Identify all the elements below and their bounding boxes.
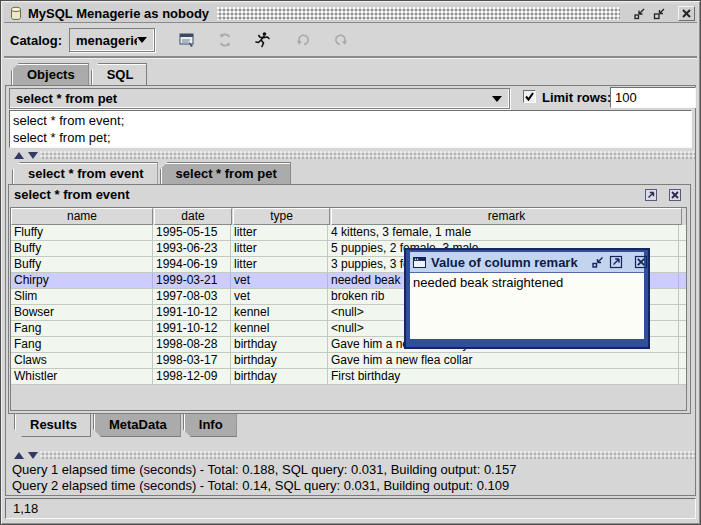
- previous-icon: [291, 28, 315, 52]
- database-icon: [9, 6, 23, 21]
- app-window: MySQL Menagerie as nobody Catalog: menag…: [0, 0, 701, 525]
- window-titlebar: MySQL Menagerie as nobody: [4, 4, 697, 23]
- dialog-close-icon[interactable]: [633, 254, 649, 270]
- table-cell: vet: [231, 289, 328, 304]
- tab-results[interactable]: Results: [14, 414, 91, 437]
- sql-editor[interactable]: select * from event; select * from pet;: [9, 110, 692, 148]
- column-header-name[interactable]: name: [11, 208, 153, 225]
- table-cell: First birthday: [328, 369, 679, 384]
- column-header-date[interactable]: date: [154, 208, 232, 225]
- column-header-remark[interactable]: remark: [331, 208, 682, 225]
- table-cell: 1991-10-12: [153, 305, 231, 320]
- new-query-icon[interactable]: [175, 28, 199, 52]
- value-dialog: Value of column remark: [404, 248, 650, 349]
- result-tab-bar: select * from event select * from pet: [12, 162, 293, 184]
- limit-rows-input[interactable]: 100: [610, 87, 696, 108]
- table-row[interactable]: Whistler1998-12-09birthdayFirst birthday: [11, 369, 686, 385]
- table-cell: Chirpy: [11, 273, 153, 288]
- titlebar-texture: [217, 7, 620, 20]
- tab-info[interactable]: Info: [183, 414, 237, 437]
- table-row[interactable]: Fluffy1995-05-15litter4 kittens, 3 femal…: [11, 225, 686, 241]
- table-cell: Claws: [11, 353, 153, 368]
- maximize-result-icon[interactable]: [643, 187, 659, 203]
- table-cell: birthday: [231, 337, 328, 352]
- table-cell: Fang: [11, 337, 153, 352]
- table-cell: 1997-08-03: [153, 289, 231, 304]
- close-result-icon[interactable]: [667, 187, 683, 203]
- table-cell: Buffy: [11, 241, 153, 256]
- result-panel-title: select * from event: [14, 187, 130, 202]
- chevron-down-icon: [137, 37, 147, 43]
- table-cell: Slim: [11, 289, 153, 304]
- restore-button[interactable]: [651, 6, 668, 21]
- query-status-line: Query 1 elapsed time (seconds) - Total: …: [12, 462, 693, 478]
- collapse-down-icon[interactable]: [28, 452, 38, 459]
- catalog-label: Catalog:: [4, 33, 62, 48]
- table-cell: vet: [231, 273, 328, 288]
- table-cell: Whistler: [11, 369, 153, 384]
- query-combobox-value: select * from pet: [10, 91, 492, 106]
- table-cell: kennel: [231, 305, 328, 320]
- split-divider-bottom[interactable]: [6, 450, 695, 460]
- chevron-down-icon: [492, 96, 502, 102]
- split-divider-top[interactable]: [6, 150, 695, 160]
- dialog-iconify-icon[interactable]: [590, 254, 606, 270]
- checkmark-icon: [524, 91, 535, 102]
- query-status-line: Query 2 elapsed time (seconds) - Total: …: [12, 478, 693, 494]
- sql-editor-line: select * from event;: [13, 112, 688, 129]
- sql-editor-line: select * from pet;: [13, 129, 688, 146]
- collapse-up-icon[interactable]: [14, 152, 24, 159]
- table-cell: Fang: [11, 321, 153, 336]
- table-cell: 4 kittens, 3 female, 1 male: [328, 225, 679, 240]
- tab-metadata[interactable]: MetaData: [93, 414, 181, 437]
- table-cell: 1999-03-21: [153, 273, 231, 288]
- query-combobox[interactable]: select * from pet: [9, 88, 510, 109]
- toolbar: Catalog: menagerie: [4, 24, 697, 58]
- tab-select-from-pet[interactable]: select * from pet: [160, 162, 291, 184]
- table-cell: Fluffy: [11, 225, 153, 240]
- column-header-type[interactable]: type: [233, 208, 330, 225]
- collapse-up-icon[interactable]: [14, 452, 24, 459]
- table-cell: kennel: [231, 321, 328, 336]
- catalog-combobox[interactable]: menagerie: [69, 28, 155, 52]
- table-cell: 1994-06-19: [153, 257, 231, 272]
- tab-sql[interactable]: SQL: [91, 63, 148, 85]
- table-cell: birthday: [231, 369, 328, 384]
- table-cell: Buffy: [11, 257, 153, 272]
- catalog-value: menagerie: [70, 33, 137, 48]
- limit-rows-checkbox[interactable]: [523, 90, 536, 103]
- table-cell: Gave him a new flea collar: [328, 353, 679, 368]
- dialog-maximize-icon[interactable]: [608, 254, 624, 270]
- dialog-titlebar[interactable]: Value of column remark: [410, 252, 644, 272]
- dialog-content[interactable]: needed beak straightened: [410, 272, 644, 339]
- table-cell: 1995-05-15: [153, 225, 231, 240]
- tab-objects[interactable]: Objects: [11, 63, 89, 85]
- table-row[interactable]: Claws1998-03-17birthdayGave him a new fl…: [11, 353, 686, 369]
- dialog-window-icon: [412, 255, 427, 270]
- splitter-texture: [40, 151, 695, 159]
- iconify-button[interactable]: [631, 6, 648, 21]
- next-icon: [329, 28, 353, 52]
- table-header-row: namedatetyperemark: [11, 208, 686, 225]
- table-cell: litter: [231, 241, 328, 256]
- table-cell: 1998-03-17: [153, 353, 231, 368]
- tab-select-from-event[interactable]: select * from event: [12, 162, 158, 184]
- main-tab-bar: Objects SQL: [11, 63, 149, 85]
- query-status-area: Query 1 elapsed time (seconds) - Total: …: [8, 461, 693, 495]
- close-button[interactable]: [678, 6, 695, 21]
- collapse-down-icon[interactable]: [28, 152, 38, 159]
- dialog-title: Value of column remark: [427, 255, 584, 270]
- splitter-texture: [40, 451, 695, 459]
- limit-rows-label: Limit rows:: [542, 90, 611, 105]
- table-cell: litter: [231, 257, 328, 272]
- table-cell: birthday: [231, 353, 328, 368]
- table-cell: 1991-10-12: [153, 321, 231, 336]
- window-title: MySQL Menagerie as nobody: [23, 6, 217, 21]
- table-cell: 1998-08-28: [153, 337, 231, 352]
- table-cell: 1993-06-23: [153, 241, 231, 256]
- bottom-tab-bar: Results MetaData Info: [14, 414, 239, 437]
- table-cell: litter: [231, 225, 328, 240]
- table-cell: 1998-12-09: [153, 369, 231, 384]
- execute-icon[interactable]: [251, 28, 275, 52]
- refresh-icon: [213, 28, 237, 52]
